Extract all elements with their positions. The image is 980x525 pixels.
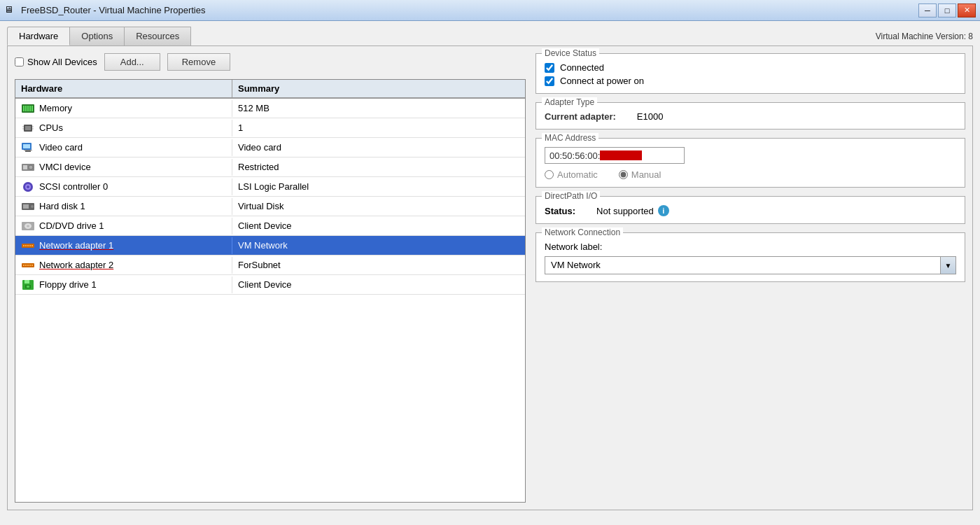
content-area: Show All Devices Add... Remove Hardware … (7, 46, 973, 510)
main-window: Hardware Options Resources Virtual Machi… (0, 21, 980, 525)
connected-label: Connected (560, 62, 604, 73)
dropdown-arrow-icon[interactable]: ▼ (940, 257, 955, 274)
title-bar-left: 🖥 FreeBSD_Router - Virtual Machine Prope… (4, 4, 206, 17)
adapter-type-legend: Adapter Type (542, 97, 597, 107)
hw-cell-summary: Client Device (232, 218, 525, 234)
adapter-type-content: Current adapter: E1000 (545, 111, 956, 122)
left-panel: Show All Devices Add... Remove Hardware … (15, 53, 526, 503)
right-panel: Device Status Connected Connect at power… (526, 53, 965, 503)
mac-address-group: MAC Address 00:50:56:00: Automatic (536, 138, 965, 188)
automatic-radio-label[interactable]: Automatic (545, 169, 598, 180)
hw-device-name: Network adapter 1 (39, 240, 113, 251)
table-row[interactable]: Floppy drive 1Client Device (15, 275, 525, 295)
power-on-checkbox[interactable] (545, 76, 554, 86)
tab-hardware[interactable]: Hardware (7, 27, 70, 46)
directpath-legend: DirectPath I/O (542, 191, 600, 201)
device-status-group: Device Status Connected Connect at power… (536, 53, 965, 94)
tab-options[interactable]: Options (70, 27, 125, 46)
table-row[interactable]: SCSI controller 0LSI Logic Parallel (15, 177, 525, 197)
automatic-label: Automatic (557, 169, 598, 180)
network-icon (21, 240, 35, 251)
table-row[interactable]: Video cardVideo card (15, 138, 525, 158)
hw-cell-name: Network adapter 2 (15, 257, 232, 274)
mac-plain-text: 00:50:56:00: (550, 150, 600, 161)
svg-rect-35 (23, 265, 24, 266)
svg-rect-1 (23, 106, 24, 111)
hw-cell-name: CD/DVD drive 1 (15, 218, 232, 234)
table-row[interactable]: CD/DVD drive 1Client Device (15, 216, 525, 236)
memory-icon (21, 103, 35, 114)
remove-button[interactable]: Remove (167, 53, 230, 71)
hw-cell-name: CPUs (15, 120, 232, 136)
maximize-button[interactable]: □ (938, 4, 956, 18)
add-button[interactable]: Add... (104, 53, 160, 71)
col-header-summary: Summary (232, 80, 525, 97)
current-adapter-value: E1000 (637, 111, 664, 122)
manual-label: Manual (631, 169, 662, 180)
hw-cell-summary: Restricted (232, 159, 525, 175)
hw-device-name: CD/DVD drive 1 (39, 220, 104, 231)
hw-cell-name: Memory (15, 100, 232, 117)
network-connection-content: Network label: VM Network ▼ (545, 241, 956, 274)
floppy-icon (21, 279, 35, 290)
table-row[interactable]: Network adapter 2ForSubnet (15, 255, 525, 275)
close-button[interactable]: ✕ (958, 4, 976, 18)
hw-cell-summary: Client Device (232, 276, 525, 293)
table-body: Memory512 MBCPUs1Video cardVideo cardVMC… (15, 99, 525, 295)
show-all-devices-checkbox[interactable] (15, 57, 24, 66)
mac-radio-row: Automatic Manual (545, 169, 956, 180)
hw-device-name: Video card (39, 142, 83, 153)
mac-redacted-block (600, 150, 642, 160)
table-row[interactable]: Hard disk 1Virtual Disk (15, 197, 525, 216)
directpath-status-value: Not supported (596, 206, 654, 216)
hw-cell-summary: LSI Logic Parallel (232, 178, 525, 195)
table-row[interactable]: Network adapter 1VM Network (15, 236, 525, 255)
device-status-content: Connected Connect at power on (545, 62, 956, 86)
mac-address-legend: MAC Address (542, 133, 598, 143)
power-on-row[interactable]: Connect at power on (545, 76, 956, 86)
svg-rect-17 (23, 165, 27, 169)
show-all-devices-text: Show All Devices (27, 57, 97, 67)
automatic-radio[interactable] (545, 170, 554, 179)
current-adapter-label: Current adapter: (545, 111, 616, 122)
hw-device-name: Floppy drive 1 (39, 279, 97, 290)
tab-resources[interactable]: Resources (125, 27, 191, 46)
hw-device-name: Network adapter 2 (39, 260, 113, 270)
hw-device-name: CPUs (39, 122, 63, 133)
hw-cell-name: Hard disk 1 (15, 198, 232, 215)
hw-cell-summary: Virtual Disk (232, 198, 525, 214)
svg-rect-39 (31, 265, 33, 266)
manual-radio[interactable] (619, 170, 628, 179)
video-icon (21, 142, 35, 153)
svg-rect-15 (24, 150, 32, 150)
table-row[interactable]: Memory512 MB (15, 99, 525, 118)
table-row[interactable]: VMCI deviceRestricted (15, 158, 525, 177)
cddvd-icon (21, 220, 35, 232)
minimize-button[interactable]: ─ (918, 4, 937, 18)
tabs-left: Hardware Options Resources (7, 27, 191, 46)
toolbar: Show All Devices Add... Remove (15, 53, 526, 71)
title-bar-text: FreeBSD_Router - Virtual Machine Propert… (21, 5, 206, 15)
svg-point-18 (29, 165, 33, 169)
svg-rect-37 (27, 265, 29, 266)
connected-checkbox[interactable] (545, 63, 554, 73)
manual-radio-label[interactable]: Manual (619, 169, 662, 180)
directpath-group: DirectPath I/O Status: Not supported i (536, 196, 965, 224)
svg-point-21 (27, 186, 29, 188)
svg-rect-2 (25, 106, 27, 111)
col-header-hardware: Hardware (15, 80, 232, 97)
mac-input-field[interactable]: 00:50:56:00: (545, 147, 685, 164)
hw-device-name: VMCI device (39, 162, 91, 172)
network-dropdown[interactable]: VM Network ▼ (545, 256, 956, 274)
hw-cell-summary: 512 MB (232, 100, 525, 116)
info-icon[interactable]: i (658, 205, 669, 216)
hw-cell-name: Network adapter 1 (15, 237, 232, 254)
svg-point-27 (27, 225, 29, 227)
vmci-icon (21, 162, 35, 173)
hw-cell-summary: VM Network (232, 237, 525, 253)
table-row[interactable]: CPUs1 (15, 118, 525, 138)
app-icon: 🖥 (4, 4, 17, 17)
connected-row[interactable]: Connected (545, 62, 956, 73)
show-all-devices-label[interactable]: Show All Devices (15, 57, 97, 67)
network-connection-group: Network Connection Network label: VM Net… (536, 232, 965, 282)
